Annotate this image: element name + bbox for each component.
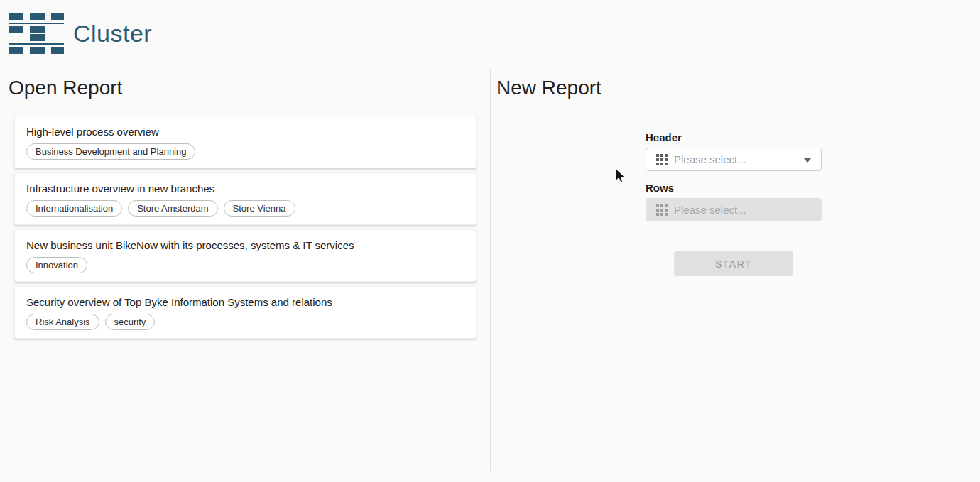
header-field-label: Header	[646, 132, 822, 143]
tag-chip: Innovation	[26, 257, 87, 273]
report-title: Infrastructure overview in new branches	[26, 182, 464, 195]
report-card-infrastructure[interactable]: Infrastructure overview in new branches …	[14, 172, 477, 225]
tag-chip: Internationalisation	[26, 200, 122, 217]
report-title: New business unit BikeNow with its proce…	[26, 239, 464, 252]
open-report-pane: Open Report High-level process overview …	[0, 69, 490, 482]
cluster-logo-icon	[9, 13, 64, 54]
new-report-heading: New Report	[496, 76, 980, 99]
pane-divider	[490, 69, 491, 471]
new-report-pane: New Report Header Please select... Rows	[490, 69, 980, 482]
tag-row: Internationalisation Store Amsterdam Sto…	[26, 200, 464, 217]
report-card-security-overview[interactable]: Security overview of Top Byke Informatio…	[14, 286, 477, 339]
chevron-down-icon	[804, 158, 811, 163]
header-select[interactable]: Please select...	[646, 148, 822, 171]
open-report-heading: Open Report	[9, 76, 490, 99]
tag-chip: Risk Analysis	[26, 314, 99, 330]
header-select-placeholder: Please select...	[674, 153, 746, 165]
tag-chip: Store Vienna	[224, 200, 295, 217]
tag-row: Business Development and Planning	[26, 143, 464, 160]
report-card-bikenow[interactable]: New business unit BikeNow with its proce…	[14, 229, 477, 282]
top-bar: Cluster	[0, 0, 980, 69]
rows-field-label: Rows	[646, 182, 822, 193]
rows-select-placeholder: Please select...	[674, 204, 746, 216]
grid-icon	[656, 204, 668, 216]
brand-name: Cluster	[73, 20, 152, 48]
report-card-high-level-process[interactable]: High-level process overview Business Dev…	[14, 116, 477, 168]
new-report-form: Header Please select... Rows	[646, 132, 822, 276]
start-button[interactable]: START	[674, 251, 793, 276]
rows-select[interactable]: Please select...	[646, 198, 822, 221]
tag-row: Innovation	[26, 257, 464, 273]
report-list: High-level process overview Business Dev…	[14, 116, 477, 339]
report-title: Security overview of Top Byke Informatio…	[26, 296, 464, 309]
app-root: Cluster Open Report High-level process o…	[0, 0, 980, 482]
report-title: High-level process overview	[26, 126, 464, 138]
tag-chip: security	[105, 314, 156, 330]
tag-row: Risk Analysis security	[26, 314, 464, 330]
grid-icon	[656, 154, 668, 165]
tag-chip: Store Amsterdam	[128, 200, 217, 217]
tag-chip: Business Development and Planning	[26, 143, 195, 160]
